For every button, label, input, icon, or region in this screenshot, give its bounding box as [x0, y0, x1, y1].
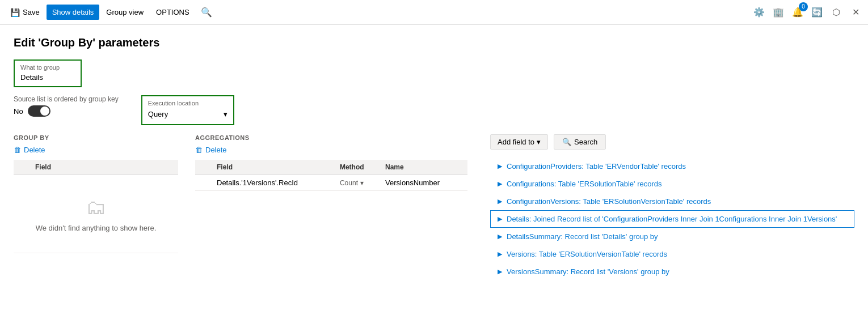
- show-details-button[interactable]: Show details: [47, 5, 100, 20]
- aggregations-header: AGGREGATIONS: [195, 134, 467, 141]
- tree-item[interactable]: ▶ VersionsSummary: Record list 'Versions…: [490, 263, 854, 280]
- chevron-right-icon: ▶: [498, 180, 502, 188]
- agg-col-check: [195, 160, 212, 175]
- trash-icon-agg: 🗑: [195, 146, 203, 154]
- what-to-group-box: What to group Details: [14, 59, 82, 87]
- execution-location-select[interactable]: Query ▾: [148, 109, 227, 120]
- options-button[interactable]: OPTIONS: [150, 5, 195, 20]
- empty-icon: 🗂: [30, 195, 162, 219]
- toggle-row: No: [14, 105, 119, 117]
- what-to-group-label: What to group: [20, 64, 75, 71]
- add-field-button[interactable]: Add field to ▾: [490, 134, 548, 150]
- aggregations-table: Field Method Name Details.'1Versions'.Re…: [195, 160, 467, 191]
- source-ordered-label: Source list is ordered by group key: [14, 95, 119, 103]
- open-new-icon[interactable]: ⬡: [828, 5, 844, 20]
- right-panel: Add field to ▾ 🔍 Search ▶ ConfigurationP…: [479, 134, 854, 280]
- tree-list: ▶ ConfigurationProviders: Table 'ERVendo…: [490, 158, 854, 280]
- table-row: 🗂 We didn't find anything to show here.: [14, 175, 178, 253]
- toolbar: 💾 Save Show details Group view OPTIONS 🔍…: [0, 0, 868, 25]
- row-check: [195, 175, 212, 191]
- office-icon[interactable]: 🏢: [770, 5, 786, 20]
- table-row: Details.'1Versions'.RecId Count ▾ Versio…: [195, 175, 467, 191]
- right-panel-header: Add field to ▾ 🔍 Search: [490, 134, 854, 150]
- tree-item[interactable]: ▶ Details: Joined Record list of 'Config…: [490, 210, 854, 228]
- chevron-right-icon: ▶: [498, 233, 502, 240]
- group-agg-columns: GROUP BY 🗑 Delete Field: [14, 134, 479, 253]
- execution-location-label: Execution location: [148, 100, 227, 107]
- trash-icon: 🗑: [14, 146, 21, 154]
- aggregations-section: AGGREGATIONS 🗑 Delete Field Method Name: [195, 134, 467, 253]
- group-by-col-check: [14, 160, 31, 175]
- empty-text: We didn't find anything to show here.: [30, 224, 162, 232]
- chevron-right-icon: ▶: [498, 198, 502, 205]
- aggregations-delete-btn[interactable]: 🗑 Delete: [195, 146, 467, 154]
- toolbar-search-icon[interactable]: 🔍: [196, 3, 217, 21]
- notification-badge-count: 0: [799, 2, 808, 11]
- settings-icon[interactable]: ⚙️: [751, 5, 767, 20]
- page-title: Edit 'Group By' parameters: [14, 36, 854, 49]
- tree-item[interactable]: ▶ Configurations: Table 'ERSolutionTable…: [490, 175, 854, 193]
- save-button[interactable]: 💾 Save: [5, 5, 45, 20]
- left-panel: GROUP BY 🗑 Delete Field: [14, 134, 479, 280]
- method-dropdown-icon: ▾: [360, 179, 364, 187]
- agg-col-name: Name: [381, 160, 467, 175]
- tree-item-text: DetailsSummary: Record list 'Details' gr…: [507, 232, 658, 241]
- execution-location-box: Execution location Query ▾: [141, 95, 234, 125]
- dropdown-arrow-icon: ▾: [537, 138, 541, 146]
- row-field: Details.'1Versions'.RecId: [212, 175, 335, 191]
- what-to-group-value: Details: [20, 73, 75, 82]
- tree-item-text: Configurations: Table 'ERSolutionTable' …: [507, 180, 662, 188]
- refresh-icon[interactable]: 🔄: [809, 5, 825, 20]
- main-content: Edit 'Group By' parameters What to group…: [0, 25, 868, 315]
- tree-item-text: Details: Joined Record list of 'Configur…: [507, 215, 837, 223]
- row-method[interactable]: Count ▾: [335, 175, 381, 191]
- toggle-thumb: [40, 107, 49, 116]
- search-icon: 🔍: [562, 138, 571, 146]
- tree-item-text: ConfigurationVersions: Table 'ERSolution…: [507, 197, 711, 206]
- close-icon[interactable]: ✕: [848, 5, 863, 20]
- source-ordered-section: Source list is ordered by group key No: [14, 95, 119, 117]
- group-view-button[interactable]: Group view: [100, 5, 149, 20]
- tree-item-text: VersionsSummary: Record list 'Versions' …: [507, 267, 669, 276]
- toolbar-right-actions: ⚙️ 🏢 🔔 0 🔄 ⬡ ✕: [751, 5, 863, 20]
- group-by-col-field: Field: [31, 160, 178, 175]
- empty-state: 🗂 We didn't find anything to show here.: [18, 178, 174, 249]
- tree-item-text: ConfigurationProviders: Table 'ERVendorT…: [507, 162, 686, 171]
- agg-col-method: Method: [335, 160, 381, 175]
- tree-item[interactable]: ▶ ConfigurationVersions: Table 'ERSoluti…: [490, 193, 854, 210]
- group-by-header: GROUP BY: [14, 134, 178, 141]
- tree-item-text: Versions: Table 'ERSolutionVersionTable'…: [507, 250, 667, 258]
- agg-col-field: Field: [212, 160, 335, 175]
- chevron-right-icon: ▶: [498, 250, 502, 258]
- group-by-section: GROUP BY 🗑 Delete Field: [14, 134, 178, 253]
- chevron-down-icon: ▾: [224, 110, 227, 118]
- save-icon: 💾: [10, 8, 20, 17]
- toggle-no-label: No: [14, 107, 23, 116]
- tree-item[interactable]: ▶ DetailsSummary: Record list 'Details' …: [490, 228, 854, 245]
- chevron-right-icon: ▶: [498, 163, 502, 170]
- toggle-switch[interactable]: [28, 105, 50, 117]
- tree-item[interactable]: ▶ ConfigurationProviders: Table 'ERVendo…: [490, 158, 854, 175]
- group-by-delete-btn[interactable]: 🗑 Delete: [14, 146, 178, 154]
- agg-header-row: Field Method Name: [195, 160, 467, 175]
- main-layout: GROUP BY 🗑 Delete Field: [14, 134, 854, 280]
- notification-icon[interactable]: 🔔 0: [790, 5, 806, 20]
- group-by-table: Field 🗂 We didn't find anything to show …: [14, 160, 178, 253]
- chevron-right-icon: ▶: [498, 268, 502, 275]
- group-by-table-header-row: Field: [14, 160, 178, 175]
- row-name: VersionsNumber: [381, 175, 467, 191]
- tree-item[interactable]: ▶ Versions: Table 'ERSolutionVersionTabl…: [490, 245, 854, 263]
- search-button[interactable]: 🔍 Search: [554, 134, 606, 150]
- chevron-right-icon: ▶: [498, 215, 502, 223]
- source-execution-row: Source list is ordered by group key No E…: [14, 95, 854, 125]
